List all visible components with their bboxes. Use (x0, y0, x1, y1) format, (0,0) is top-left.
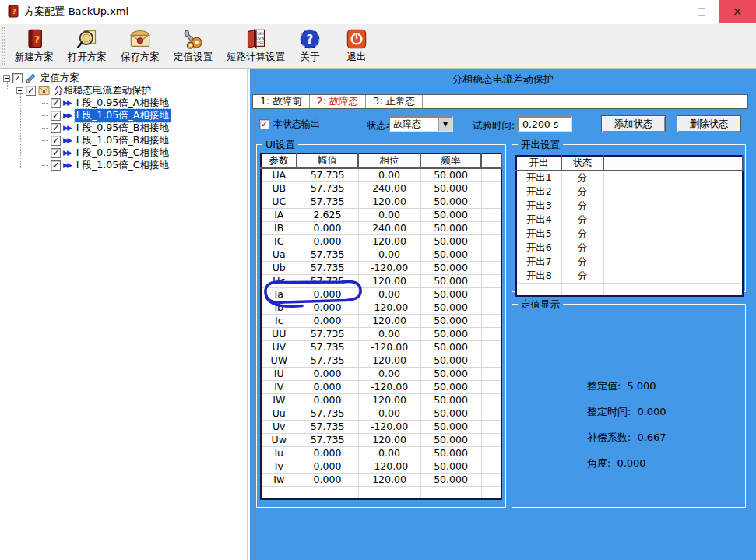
output-name-cell[interactable]: 开出2 (516, 185, 561, 199)
output-name-cell[interactable]: 开出5 (516, 227, 561, 241)
phase-cell[interactable]: 120.00 (358, 274, 420, 287)
frequency-cell[interactable]: 50.000 (420, 367, 481, 380)
tree-checkbox[interactable]: ✓ (51, 136, 61, 146)
phase-cell[interactable]: 0.00 (358, 287, 420, 301)
save-scheme-button[interactable]: 保存方案 (114, 26, 167, 66)
table-row[interactable]: UC 57.735 120.00 50.000 (261, 195, 501, 208)
phase-cell[interactable]: -120.00 (358, 420, 420, 433)
amplitude-cell[interactable]: 0.000 (297, 287, 358, 301)
tree-checkbox[interactable]: ✓ (51, 148, 61, 158)
phase-cell[interactable]: -120.00 (358, 340, 420, 354)
table-row[interactable]: Ic 0.000 120.00 50.000 (261, 314, 501, 327)
amplitude-cell[interactable]: 0.000 (297, 473, 358, 486)
amplitude-cell[interactable]: 57.735 (297, 433, 358, 446)
amplitude-cell[interactable]: 0.000 (297, 301, 358, 314)
frequency-cell[interactable]: 50.000 (420, 221, 481, 234)
test-time-input[interactable]: 0.200 s (517, 116, 572, 132)
frequency-cell[interactable]: 50.000 (420, 354, 481, 367)
output-state-cell[interactable]: 分 (561, 199, 603, 213)
frequency-cell[interactable]: 50.000 (420, 168, 481, 181)
do-header-output[interactable]: 开出 (516, 156, 561, 171)
table-row[interactable]: UW 57.735 120.00 50.000 (261, 354, 501, 367)
frequency-cell[interactable]: 50.000 (420, 301, 481, 314)
param-cell[interactable]: IU (261, 367, 297, 380)
table-row[interactable]: Uv 57.735 -120.00 50.000 (261, 420, 501, 433)
new-scheme-button[interactable]: ? 新建方案 (8, 26, 61, 66)
tree-checkbox[interactable]: ✓ (51, 98, 61, 108)
phase-cell[interactable]: -120.00 (358, 460, 420, 473)
table-row[interactable]: IC 0.000 120.00 50.000 (261, 234, 501, 248)
tree-leaf-row[interactable]: ✓ ▶▶ I 段_1.05倍_A相接地 (42, 109, 171, 122)
phase-cell[interactable]: -120.00 (358, 380, 420, 393)
table-row[interactable]: Uc 57.735 120.00 50.000 (261, 274, 501, 287)
table-row[interactable]: Ib 0.000 -120.00 50.000 (261, 301, 501, 314)
output-state-cell[interactable]: 分 (561, 241, 603, 255)
output-name-cell[interactable]: 开出1 (516, 171, 561, 185)
table-row[interactable]: UV 57.735 -120.00 50.000 (261, 340, 501, 354)
minimize-button[interactable] (649, 0, 684, 23)
frequency-cell[interactable]: 50.000 (420, 234, 481, 248)
ui-header-phase[interactable]: 相位 (358, 153, 420, 168)
amplitude-cell[interactable]: 0.000 (297, 314, 358, 327)
amplitude-cell[interactable]: 2.625 (297, 208, 358, 221)
digital-output-table[interactable]: 开出 状态 开出1 分 开出2 分 开出3 分 (515, 155, 744, 297)
phase-cell[interactable]: 240.00 (358, 181, 420, 195)
frequency-cell[interactable]: 50.000 (420, 340, 481, 354)
frequency-cell[interactable]: 50.000 (420, 248, 481, 261)
frequency-cell[interactable]: 50.000 (420, 473, 481, 486)
table-row[interactable]: 开出5 分 (516, 227, 743, 241)
state-name-dropdown[interactable]: 故障态 ▼ (389, 116, 453, 132)
phase-cell[interactable]: 0.00 (358, 168, 420, 181)
output-state-cell[interactable]: 分 (561, 213, 603, 227)
amplitude-cell[interactable]: 57.735 (297, 248, 358, 261)
param-cell[interactable]: IV (261, 380, 297, 393)
exit-button[interactable]: 退出 (339, 26, 374, 66)
frequency-cell[interactable]: 50.000 (420, 380, 481, 393)
output-name-cell[interactable]: 开出4 (516, 213, 561, 227)
frequency-cell[interactable]: 50.000 (420, 181, 481, 195)
tree-leaf-row[interactable]: ✓ ▶▶ I 段_1.05倍_C相接地 (42, 159, 171, 171)
table-row[interactable]: Uw 57.735 120.00 50.000 (261, 433, 501, 446)
tree-root-row[interactable]: ✓ 定值方案 (3, 72, 81, 84)
maximize-button[interactable] (684, 0, 719, 23)
table-row[interactable]: IW 0.000 120.00 50.000 (261, 393, 501, 407)
param-cell[interactable]: IC (261, 234, 297, 248)
frequency-cell[interactable]: 50.000 (420, 446, 481, 460)
tab-fault-state[interactable]: 2: 故障态 (310, 95, 367, 108)
param-cell[interactable]: UA (261, 168, 297, 181)
param-cell[interactable]: UB (261, 181, 297, 195)
param-cell[interactable]: Ic (261, 314, 297, 327)
param-cell[interactable]: Ua (261, 248, 297, 261)
output-state-cell[interactable]: 分 (561, 255, 603, 269)
collapse-expander-icon[interactable] (3, 75, 10, 82)
tree-group-row[interactable]: ✓ 分相稳态电流差动保护 (16, 84, 153, 97)
output-name-cell[interactable]: 开出3 (516, 199, 561, 213)
phase-cell[interactable]: -120.00 (358, 301, 420, 314)
phase-cell[interactable]: 120.00 (358, 234, 420, 248)
chevron-down-icon[interactable]: ▼ (438, 118, 452, 131)
table-row[interactable]: UB 57.735 240.00 50.000 (261, 181, 501, 195)
amplitude-cell[interactable]: 57.735 (297, 407, 358, 420)
frequency-cell[interactable]: 50.000 (420, 460, 481, 473)
frequency-cell[interactable]: 50.000 (420, 433, 481, 446)
phase-cell[interactable]: 120.00 (358, 473, 420, 486)
delete-state-button[interactable]: 删除状态 (677, 115, 741, 132)
table-row[interactable]: IA 2.625 0.00 50.000 (261, 208, 501, 221)
table-row[interactable]: IB 0.000 240.00 50.000 (261, 221, 501, 234)
amplitude-cell[interactable]: 0.000 (297, 221, 358, 234)
amplitude-cell[interactable]: 57.735 (297, 274, 358, 287)
ui-header-amplitude[interactable]: 幅值 (297, 153, 358, 168)
output-state-cell[interactable]: 分 (561, 269, 603, 284)
frequency-cell[interactable]: 50.000 (420, 420, 481, 433)
frequency-cell[interactable]: 50.000 (420, 407, 481, 420)
table-row[interactable]: UA 57.735 0.00 50.000 (261, 168, 501, 181)
param-cell[interactable]: Ia (261, 287, 297, 301)
phase-cell[interactable]: 120.00 (358, 433, 420, 446)
tab-normal-state[interactable]: 3: 正常态 (366, 95, 423, 108)
frequency-cell[interactable]: 50.000 (420, 314, 481, 327)
phase-cell[interactable]: 120.00 (358, 195, 420, 208)
tree-checkbox[interactable]: ✓ (12, 73, 23, 83)
do-header-state[interactable]: 状态 (561, 156, 603, 171)
param-cell[interactable]: Uu (261, 407, 297, 420)
phase-cell[interactable]: 0.00 (358, 208, 420, 221)
